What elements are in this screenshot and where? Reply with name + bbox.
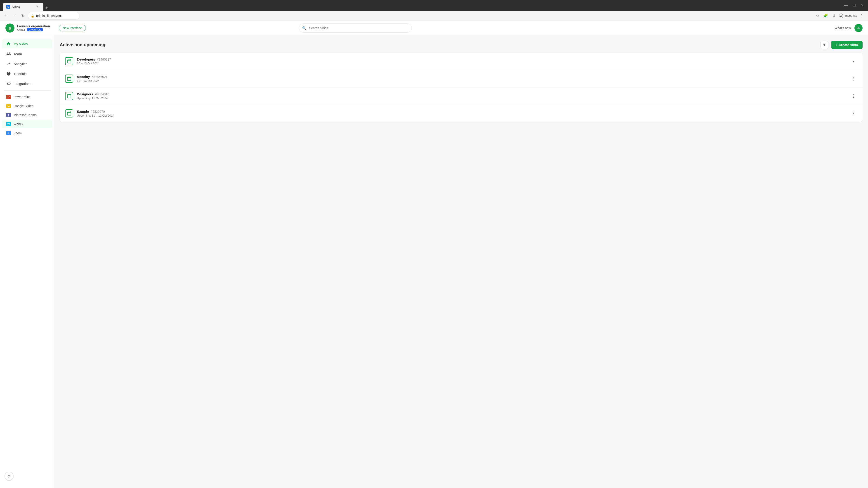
- bookmark-btn[interactable]: ☆: [814, 12, 821, 20]
- team-icon: [6, 52, 11, 56]
- tab-favicon: S: [6, 5, 10, 8]
- my-slidos-icon: [6, 41, 11, 46]
- tutorials-icon: [6, 71, 11, 76]
- event-date: Upcoming: 11 – 12 Oct 2024: [77, 114, 846, 117]
- microsoft-teams-label: Microsoft Teams: [13, 113, 37, 117]
- sidebar-divider: [4, 90, 51, 91]
- sidebar-item-team[interactable]: Team: [2, 49, 52, 58]
- svg-text:s: s: [9, 26, 11, 30]
- tab-label: Slidos: [12, 5, 20, 8]
- event-date: 10 – 13 Oct 2024: [77, 62, 846, 65]
- team-label: Team: [13, 52, 22, 56]
- sidebar: My slidos Team Analytics Tutorials: [0, 35, 54, 488]
- event-more-btn[interactable]: ⋮: [850, 75, 857, 82]
- slido-logo: s: [5, 24, 14, 33]
- reload-btn[interactable]: ↻: [19, 12, 26, 20]
- tab-close-btn[interactable]: ×: [36, 5, 40, 9]
- microsoft-teams-icon: T: [6, 113, 11, 117]
- table-row[interactable]: Designers #8664816 Upcoming: 11 Oct 2024…: [60, 88, 863, 105]
- event-calendar-icon: [65, 92, 73, 100]
- event-more-btn[interactable]: ⋮: [850, 110, 857, 117]
- event-calendar-icon: [65, 57, 73, 65]
- menu-btn[interactable]: ⋮: [858, 12, 865, 20]
- create-slido-btn[interactable]: + Create slido: [831, 41, 863, 49]
- main-content: Active and upcoming + Create slido: [54, 35, 868, 488]
- event-calendar-icon: [65, 109, 73, 118]
- incognito-label: Incognito: [845, 14, 857, 18]
- event-info: Developers #1480327 10 – 13 Oct 2024: [77, 57, 846, 65]
- logo-area: s Lauren's organization Owner UPGRADE: [5, 24, 55, 33]
- extensions-btn[interactable]: 🧩: [822, 12, 829, 20]
- header-actions: + Create slido: [820, 41, 863, 49]
- event-id: #2329970: [91, 110, 105, 113]
- main-layout: My slidos Team Analytics Tutorials: [0, 35, 868, 488]
- filter-btn[interactable]: [820, 41, 829, 49]
- addr-nav-buttons: ← → ↻: [3, 12, 26, 20]
- nav-right: What's new LD: [835, 24, 863, 32]
- back-btn[interactable]: ←: [3, 12, 10, 20]
- event-date: 10 – 13 Oct 2024: [77, 79, 846, 83]
- sidebar-item-google-slides[interactable]: G Google Slides: [2, 102, 52, 110]
- my-slidos-label: My slidos: [13, 42, 28, 46]
- incognito-icon: [838, 13, 844, 19]
- event-name: Sample: [77, 109, 89, 113]
- addr-right-icons: ☆ 🧩 ⬇ Incognito ⋮: [814, 12, 865, 20]
- event-name: Moodoy: [77, 75, 90, 78]
- forward-btn[interactable]: →: [11, 12, 18, 20]
- upgrade-badge[interactable]: UPGRADE: [27, 28, 43, 31]
- download-btn[interactable]: ⬇: [830, 12, 837, 20]
- event-name-row: Sample #2329970: [77, 109, 846, 113]
- powerpoint-icon: P: [6, 95, 11, 99]
- sidebar-item-integrations[interactable]: Integrations: [2, 79, 52, 88]
- minimize-btn[interactable]: —: [843, 2, 849, 8]
- browser-chrome: S Slidos × + — ❐ ×: [0, 0, 868, 11]
- tab-bar: S Slidos × +: [3, 0, 839, 11]
- powerpoint-label: PowerPoint: [13, 95, 30, 99]
- sidebar-item-powerpoint[interactable]: P PowerPoint: [2, 93, 52, 101]
- analytics-icon: [6, 61, 11, 66]
- event-id: #8664816: [95, 92, 109, 96]
- help-btn[interactable]: ?: [4, 472, 13, 481]
- event-name-row: Developers #1480327: [77, 57, 846, 61]
- analytics-label: Analytics: [13, 62, 27, 66]
- search-input[interactable]: [299, 24, 412, 33]
- whats-new-btn[interactable]: What's new: [835, 26, 851, 30]
- zoom-label: Zoom: [13, 131, 22, 135]
- event-name: Developers: [77, 57, 95, 61]
- event-more-btn[interactable]: ⋮: [850, 92, 857, 100]
- sidebar-item-microsoft-teams[interactable]: T Microsoft Teams: [2, 111, 52, 119]
- table-row[interactable]: Sample #2329970 Upcoming: 11 – 12 Oct 20…: [60, 105, 863, 122]
- integrations-icon: [6, 81, 11, 86]
- sidebar-item-analytics[interactable]: Analytics: [2, 59, 52, 68]
- sidebar-item-my-slidos[interactable]: My slidos: [2, 39, 52, 48]
- integrations-label: Integrations: [13, 82, 31, 86]
- sidebar-item-webex[interactable]: W Webex: [2, 120, 52, 128]
- zoom-icon: Z: [6, 131, 11, 135]
- address-input[interactable]: [28, 12, 79, 20]
- org-name: Lauren's organization: [17, 24, 50, 28]
- sidebar-item-zoom[interactable]: Z Zoom: [2, 129, 52, 137]
- new-interface-btn[interactable]: New interface: [59, 25, 86, 31]
- event-name-row: Moodoy #37867021: [77, 75, 846, 78]
- webex-icon: W: [6, 122, 11, 126]
- org-info: Lauren's organization Owner UPGRADE: [17, 24, 50, 31]
- app-container: s Lauren's organization Owner UPGRADE Ne…: [0, 21, 868, 488]
- new-tab-btn[interactable]: +: [43, 4, 50, 11]
- window-close-btn[interactable]: ×: [859, 2, 865, 8]
- event-more-btn[interactable]: ⋮: [850, 58, 857, 65]
- address-bar-row: ← → ↻ 🔒 ☆ 🧩 ⬇ Incognito ⋮: [0, 11, 868, 21]
- webex-label: Webex: [13, 122, 23, 126]
- event-id: #1480327: [97, 58, 111, 61]
- google-slides-label: Google Slides: [13, 104, 33, 108]
- owner-label: Owner: [17, 28, 25, 31]
- lock-icon: 🔒: [31, 14, 34, 18]
- sidebar-item-tutorials[interactable]: Tutorials: [2, 69, 52, 78]
- restore-btn[interactable]: ❐: [851, 2, 857, 8]
- avatar[interactable]: LD: [855, 24, 863, 32]
- browser-tab[interactable]: S Slidos ×: [3, 3, 43, 11]
- section-header: Active and upcoming + Create slido: [60, 41, 863, 49]
- table-row[interactable]: Developers #1480327 10 – 13 Oct 2024 ⋮: [60, 53, 863, 70]
- event-date: Upcoming: 11 Oct 2024: [77, 96, 846, 100]
- table-row[interactable]: Moodoy #37867021 10 – 13 Oct 2024 ⋮: [60, 70, 863, 88]
- event-info: Moodoy #37867021 10 – 13 Oct 2024: [77, 75, 846, 83]
